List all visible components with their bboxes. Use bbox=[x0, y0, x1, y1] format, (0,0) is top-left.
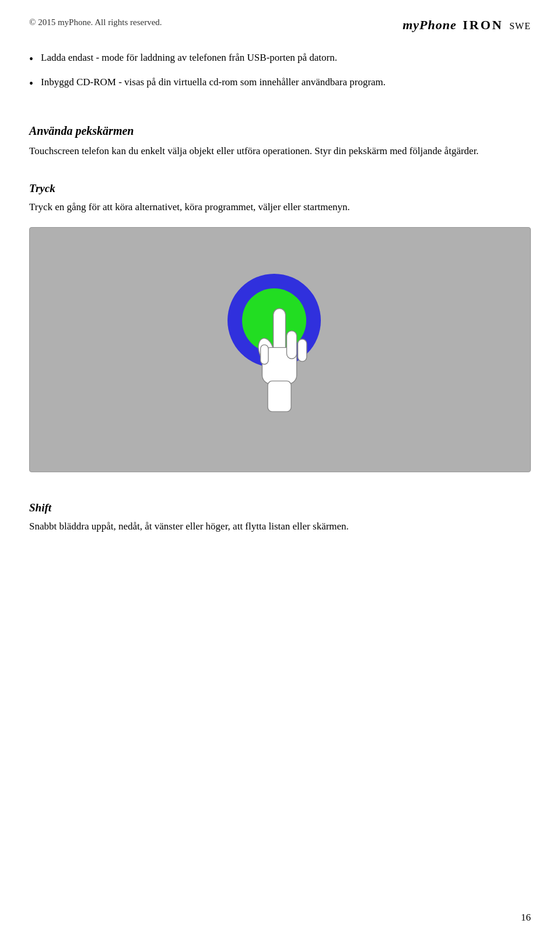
main-content: Ladda endast - mode för laddning av tele… bbox=[29, 50, 531, 534]
touch-illustration-box bbox=[29, 227, 531, 472]
tryck-heading: Tryck bbox=[29, 182, 531, 195]
page-container: © 2015 myPhone. All rights reserved. myP… bbox=[0, 0, 560, 941]
touchscreen-heading-text: Använda pekskärmen bbox=[29, 124, 531, 138]
shift-body: Snabbt bläddra uppåt, nedåt, åt vänster … bbox=[29, 519, 531, 534]
tryck-body: Tryck en gång för att köra alternativet,… bbox=[29, 200, 531, 215]
bullet-section: Ladda endast - mode för laddning av tele… bbox=[29, 50, 531, 89]
touchscreen-section-heading: Använda pekskärmen bbox=[29, 124, 531, 138]
brand-iron: IRON bbox=[463, 18, 503, 32]
svg-rect-0 bbox=[274, 308, 286, 353]
bullet-item-1: Ladda endast - mode för laddning av tele… bbox=[29, 50, 531, 65]
shift-heading: Shift bbox=[29, 501, 531, 514]
brand-logo: myPhone IRON SWE bbox=[402, 18, 531, 33]
touchscreen-section-body: Touchscreen telefon kan du enkelt välja … bbox=[29, 144, 531, 159]
brand-myphone: myPhone bbox=[402, 18, 457, 32]
header: © 2015 myPhone. All rights reserved. myP… bbox=[29, 18, 531, 33]
brand-swe: SWE bbox=[509, 21, 531, 31]
svg-rect-4 bbox=[298, 339, 307, 361]
touch-graphic bbox=[222, 268, 338, 431]
svg-rect-6 bbox=[268, 381, 291, 412]
bullet-item-2: Inbyggd CD-ROM - visas på din virtuella … bbox=[29, 75, 531, 90]
svg-rect-5 bbox=[261, 344, 268, 364]
svg-rect-3 bbox=[286, 330, 296, 358]
shift-subsection: Shift Snabbt bläddra uppåt, nedåt, åt vä… bbox=[29, 501, 531, 534]
copyright-text: © 2015 myPhone. All rights reserved. bbox=[29, 18, 162, 27]
hand-icon bbox=[251, 303, 309, 426]
tryck-subsection: Tryck Tryck en gång för att köra alterna… bbox=[29, 182, 531, 215]
page-number: 16 bbox=[521, 912, 531, 923]
